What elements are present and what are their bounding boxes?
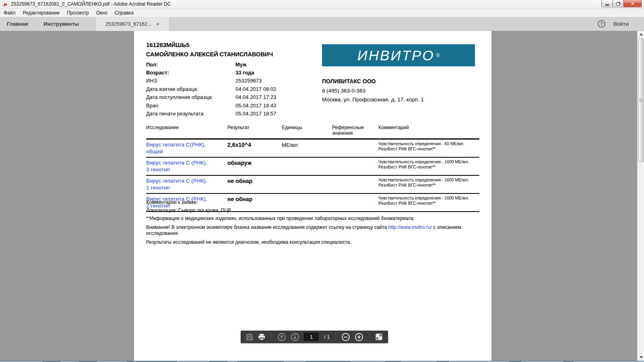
col-header-result: Результат <box>227 125 282 136</box>
field-value: 05.04.2017 18:57 <box>235 111 276 117</box>
lab-block: ИНВИТРО® ПОЛИВИТАКС ООО 8 (495) 363-0-36… <box>322 44 476 103</box>
field-value: 05.04.2017 18:43 <box>235 103 276 109</box>
clinic-name: ПОЛИВИТАКС ООО <box>322 78 476 84</box>
next-page-button[interactable] <box>291 333 299 341</box>
field-value: 33 года <box>235 70 254 76</box>
zoom-in-button[interactable] <box>355 333 363 341</box>
table-row: Вирус гепатита С (РНК),1 генотип не обна… <box>146 176 479 194</box>
field-row: Врач: 05.04.2017 18:43 <box>146 101 276 109</box>
menu-window[interactable]: Окно <box>93 9 111 17</box>
field-row: ИНЗ: 253259673 <box>146 77 276 85</box>
col-header-reference: Референсные значения <box>332 125 378 136</box>
sign-in-button[interactable]: Войти <box>613 21 629 27</box>
field-value: 04.04.2017 08:02 <box>235 86 276 92</box>
page-number-input[interactable] <box>304 333 319 341</box>
vertical-scrollbar[interactable] <box>637 31 644 361</box>
note-localization: Локализация: Сыворо тка крови, ПЦР <box>146 208 473 214</box>
results-table: Исследование Результат Единицы Референсн… <box>146 125 479 212</box>
menu-edit[interactable]: Редактирование <box>19 9 63 17</box>
scroll-up-icon <box>640 33 643 35</box>
tab-document[interactable]: 253259673_67162... × <box>95 17 170 31</box>
patient-block: 161283МЙШЬ5 САМОЙЛЕНКО АЛЕКСЕЙ СТАНИСЛАВ… <box>146 41 276 118</box>
tab-bar: Главная Инструменты 253259673_67162... ×… <box>0 17 644 31</box>
clinic-address: Москва, ул. Профсоюзная, д. 17, корп. 1 <box>322 97 476 103</box>
reference-value <box>332 159 378 173</box>
patient-name: САМОЙЛЕНКО АЛЕКСЕЙ СТАНИСЛАВОВИЧ <box>146 51 276 58</box>
title-bar: 253259673_67162081_0_САМОЙЛЕНКО.pdf - Ad… <box>0 0 644 9</box>
note-request-comments: Комментарии к заявке: <box>146 200 473 206</box>
document-area: 161283МЙШЬ5 САМОЙЛЕНКО АЛЕКСЕЙ СТАНИСЛАВ… <box>0 31 644 361</box>
field-row: Возраст: 33 года <box>146 68 276 76</box>
zoom-in-icon <box>355 333 363 341</box>
field-row: Дата поступления образца: 04.04.2017 17:… <box>146 93 276 101</box>
page-up-icon <box>277 333 286 341</box>
note-warning: Внимание! В электронном экземпляре бланк… <box>146 224 473 237</box>
comment-value: Чувствительность определения - 1600 МЕ/м… <box>378 159 479 173</box>
field-row: Пол: Муж <box>146 60 276 68</box>
units-value: МЕ/мл <box>282 141 332 155</box>
scroll-up-button[interactable] <box>638 31 644 38</box>
field-label: Дата печати результата: <box>146 111 235 117</box>
invitro-logo-text: ИНВИТРО <box>357 47 435 64</box>
comment-value: Чувствительность определения - 1600 МЕ/м… <box>378 177 479 191</box>
tab-document-label: 253259673_67162... <box>105 21 152 27</box>
scroll-down-button[interactable] <box>638 354 644 361</box>
field-label: Дата взятия образца: <box>146 86 235 92</box>
note-disclaimer: Результаты исследований не являются диаг… <box>146 239 473 245</box>
sample-code: 161283МЙШЬ5 <box>146 41 276 48</box>
units-value <box>282 159 332 173</box>
invitro-logo: ИНВИТРО® <box>322 44 475 66</box>
scrollbar-thumb[interactable] <box>638 38 644 162</box>
result-value: обнаруж <box>227 159 282 173</box>
table-header-row: Исследование Результат Единицы Референсн… <box>146 125 479 140</box>
page-count-label: / 1 <box>324 334 330 340</box>
tab-tools[interactable]: Инструменты <box>37 17 86 31</box>
field-value: Муж <box>235 62 246 68</box>
field-row: Дата взятия образца: 04.04.2017 08:02 <box>146 85 276 93</box>
field-label: Пол: <box>146 62 235 68</box>
field-label: ИНЗ: <box>146 78 235 84</box>
help-icon[interactable]: ? <box>598 20 605 28</box>
result-value: 2,6x10^4 <box>227 141 282 155</box>
close-button[interactable]: × <box>623 0 642 7</box>
save-button[interactable] <box>246 333 253 341</box>
previous-page-button[interactable] <box>277 333 286 341</box>
test-name-link[interactable]: Вирус гепатита С(РНК),общий <box>146 141 227 155</box>
minimize-button[interactable] <box>601 0 613 7</box>
col-header-units: Единицы <box>282 125 332 136</box>
pdf-page: 161283МЙШЬ5 САМОЙЛЕНКО АЛЕКСЕЙ СТАНИСЛАВ… <box>134 31 491 361</box>
test-name-link[interactable]: Вирус гепатита С (РНК),1 генотип <box>146 177 227 191</box>
footer-notes: Комментарии к заявке: Локализация: Сывор… <box>146 200 473 247</box>
reference-value <box>332 177 378 191</box>
menu-file[interactable]: Файл <box>0 9 19 17</box>
table-row: Вирус гепатита С(РНК),общий 2,6x10^4 МЕ/… <box>146 140 479 158</box>
print-button[interactable] <box>258 333 266 341</box>
menu-help[interactable]: Справка <box>111 9 137 17</box>
field-label: Возраст: <box>146 70 235 76</box>
field-label: Дата поступления образца: <box>146 94 235 100</box>
col-header-comment: Комментарий <box>378 125 479 136</box>
col-header-test: Исследование <box>146 125 227 136</box>
tab-home[interactable]: Главная <box>0 17 35 31</box>
reference-value <box>332 141 378 155</box>
toolbar-divider <box>369 333 369 341</box>
units-value <box>282 177 332 191</box>
minimize-icon <box>605 4 609 6</box>
test-name-link[interactable]: Вирус гепатита С (РНК),3 генотип <box>146 159 227 173</box>
restore-icon <box>616 2 620 6</box>
restore-button[interactable] <box>613 0 624 7</box>
comment-value: Чувствительность определения - 60 МЕ/мл.… <box>378 141 479 155</box>
invitro-site-link[interactable]: http://www.invitro.ru/ <box>388 224 432 230</box>
tab-close-icon[interactable]: × <box>156 21 159 27</box>
page-down-icon <box>291 333 299 341</box>
zoom-out-icon <box>341 333 350 341</box>
save-icon <box>246 333 253 341</box>
clinic-phone: 8 (495) 363-0-363 <box>322 88 476 94</box>
fit-window-button[interactable] <box>375 333 383 341</box>
registered-mark: ® <box>436 53 440 58</box>
zoom-out-button[interactable] <box>341 333 350 341</box>
menu-view[interactable]: Просмотр <box>63 9 93 17</box>
field-label: Врач: <box>146 103 235 109</box>
print-icon <box>258 333 266 341</box>
field-value: 04.04.2017 17:23 <box>235 94 276 100</box>
